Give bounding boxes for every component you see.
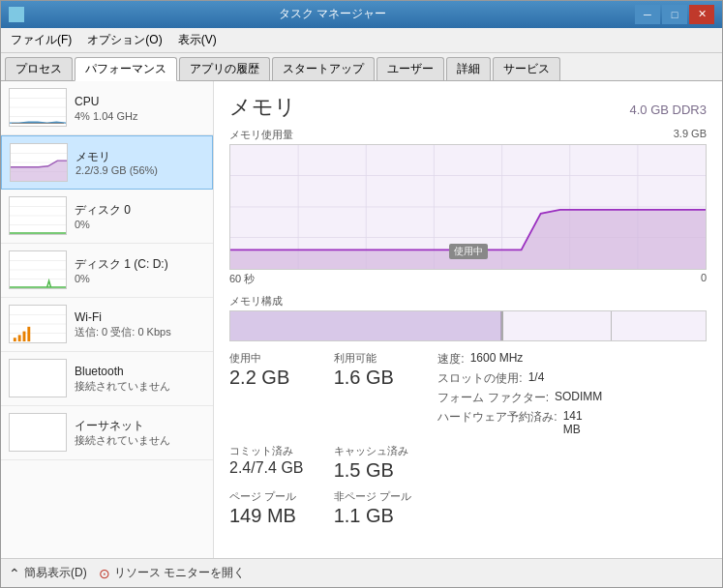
svg-rect-1 — [17, 8, 23, 14]
stat-committed-label: コミット済み — [229, 444, 322, 458]
stat-committed: コミット済み 2.4/7.4 GB — [229, 444, 322, 482]
tab-process[interactable]: プロセス — [5, 57, 73, 80]
graph-time-right: 0 — [701, 272, 707, 286]
sidebar-item-memory[interactable]: メモリ 2.2/3.9 GB (56%) — [1, 135, 213, 190]
composition-label: メモリ構成 — [229, 294, 707, 309]
tab-performance[interactable]: パフォーマンス — [75, 57, 177, 81]
memory-sublabel: 2.2/3.9 GB (56%) — [75, 164, 158, 176]
stat-speed-block: 速度: 1600 MHz スロットの使用: 1/4 フォーム ファクター: SO… — [437, 351, 602, 436]
wifi-info: Wi-Fi 送信: 0 受信: 0 Kbps — [75, 309, 171, 340]
content-header: メモリ 4.0 GB DDR3 — [229, 93, 707, 122]
cpu-thumbnail — [9, 88, 67, 127]
composition-bar — [229, 310, 707, 341]
disk0-thumbnail — [9, 196, 67, 235]
memory-label: メモリ — [75, 149, 158, 165]
content-panel: メモリ 4.0 GB DDR3 メモリ使用量 3.9 GB — [214, 81, 722, 558]
app-icon — [9, 7, 24, 22]
slots-value: 1/4 — [528, 370, 545, 387]
sidebar-item-disk0[interactable]: ディスク 0 0% — [1, 190, 213, 244]
right-stats: 速度: 1600 MHz スロットの使用: 1/4 フォーム ファクター: SO… — [437, 351, 602, 436]
sidebar-item-cpu[interactable]: CPU 4% 1.04 GHz — [1, 81, 213, 135]
stat-empty — [614, 351, 707, 436]
disk1-thumbnail — [9, 250, 67, 289]
ethernet-info: イーサネット 接続されていません — [75, 418, 170, 449]
stat-nonpaged-value: 1.1 GB — [334, 505, 427, 527]
stats-grid: 使用中 2.2 GB 利用可能 1.6 GB 速度: 1600 MHz — [229, 351, 707, 527]
used-label: 使用中 — [449, 244, 488, 259]
tab-startup[interactable]: スタートアップ — [272, 57, 375, 80]
svg-rect-25 — [14, 338, 16, 342]
title-bar: タスク マネージャー ─ □ ✕ — [1, 1, 722, 28]
window-title: タスク マネージャー — [30, 6, 635, 22]
tab-app-history[interactable]: アプリの履歴 — [179, 57, 270, 80]
stat-in-use-value: 2.2 GB — [229, 367, 322, 389]
sidebar-item-wifi[interactable]: Wi-Fi 送信: 0 受信: 0 Kbps — [1, 298, 213, 352]
disk1-label: ディスク 1 (C: D:) — [75, 256, 168, 273]
stat-in-use-label: 使用中 — [229, 351, 322, 366]
monitor-label: リソース モニターを開く — [114, 565, 245, 581]
chevron-up-icon: ⌃ — [9, 566, 20, 581]
stat-cached-label: キャッシュ済み — [334, 444, 427, 458]
sidebar-item-ethernet[interactable]: イーサネット 接続されていません — [1, 406, 213, 460]
stat-filler2 — [437, 444, 602, 482]
bottom-bar: ⌃ 簡易表示(D) ⊙ リソース モニターを開く — [1, 558, 722, 587]
disk0-label: ディスク 0 — [75, 202, 131, 219]
stat-reserved-row: ハードウェア予約済み: 141 MB — [437, 409, 602, 436]
main-area: CPU 4% 1.04 GHz — [1, 81, 722, 558]
tab-services[interactable]: サービス — [493, 57, 560, 80]
monitor-icon: ⊙ — [99, 566, 110, 581]
app-window: タスク マネージャー ─ □ ✕ ファイル(F) オプション(O) 表示(V) … — [0, 0, 723, 588]
memory-graph: 使用中 — [229, 144, 707, 270]
ethernet-label: イーサネット — [75, 418, 170, 434]
bluetooth-info: Bluetooth 接続されていません — [75, 364, 170, 395]
tab-detail[interactable]: 詳細 — [446, 57, 491, 80]
stat-available-value: 1.6 GB — [334, 367, 427, 389]
sidebar-item-disk1[interactable]: ディスク 1 (C: D:) 0% — [1, 244, 213, 298]
memory-graph-section: メモリ使用量 3.9 GB — [229, 128, 707, 286]
ethernet-thumbnail — [9, 413, 67, 452]
sidebar-item-bluetooth[interactable]: Bluetooth 接続されていません — [1, 352, 213, 406]
disk1-sublabel: 0% — [75, 273, 168, 284]
graph-time-row: 60 秒 0 — [229, 272, 707, 286]
stat-committed-value: 2.4/7.4 GB — [229, 459, 322, 477]
close-button[interactable]: ✕ — [689, 5, 714, 24]
ethernet-sublabel: 接続されていません — [75, 433, 170, 448]
stat-filler4 — [437, 489, 602, 527]
wifi-label: Wi-Fi — [75, 309, 171, 326]
graph-usage-label: メモリ使用量 — [229, 128, 293, 142]
form-value: SODIMM — [555, 390, 602, 406]
graph-label-row: メモリ使用量 3.9 GB — [229, 128, 707, 142]
graph-time-left: 60 秒 — [229, 272, 255, 286]
stat-in-use: 使用中 2.2 GB — [229, 351, 322, 436]
menu-view[interactable]: 表示(V) — [172, 30, 223, 50]
menu-file[interactable]: ファイル(F) — [5, 30, 77, 50]
menu-options[interactable]: オプション(O) — [81, 30, 167, 50]
bluetooth-sublabel: 接続されていません — [75, 379, 170, 394]
tab-users[interactable]: ユーザー — [377, 57, 444, 80]
simple-view-label: 簡易表示(D) — [24, 565, 87, 581]
stat-slots-row: スロットの使用: 1/4 — [437, 370, 602, 387]
form-label: フォーム ファクター: — [437, 390, 549, 406]
resource-monitor-button[interactable]: ⊙ リソース モニターを開く — [99, 565, 245, 581]
svg-rect-2 — [10, 15, 15, 21]
stat-nonpaged-label: 非ページ プール — [334, 489, 427, 504]
svg-marker-40 — [230, 210, 706, 269]
bluetooth-label: Bluetooth — [75, 364, 170, 380]
maximize-button[interactable]: □ — [662, 5, 687, 24]
speed-label: 速度: — [437, 351, 464, 368]
stat-available: 利用可能 1.6 GB — [334, 351, 427, 436]
sidebar: CPU 4% 1.04 GHz — [1, 81, 214, 558]
bluetooth-thumbnail — [9, 359, 67, 397]
minimize-button[interactable]: ─ — [635, 5, 660, 24]
composition-right — [611, 311, 706, 340]
composition-available — [503, 311, 611, 340]
memory-thumbnail — [10, 143, 68, 182]
svg-rect-30 — [10, 414, 66, 451]
composition-used — [230, 311, 501, 340]
reserved-value: 141 MB — [563, 409, 603, 436]
stat-filler3 — [614, 444, 707, 482]
simple-view-button[interactable]: ⌃ 簡易表示(D) — [9, 565, 87, 581]
menu-bar: ファイル(F) オプション(O) 表示(V) — [1, 28, 722, 53]
svg-rect-3 — [17, 15, 23, 21]
stat-paged-label: ページ プール — [229, 489, 322, 504]
